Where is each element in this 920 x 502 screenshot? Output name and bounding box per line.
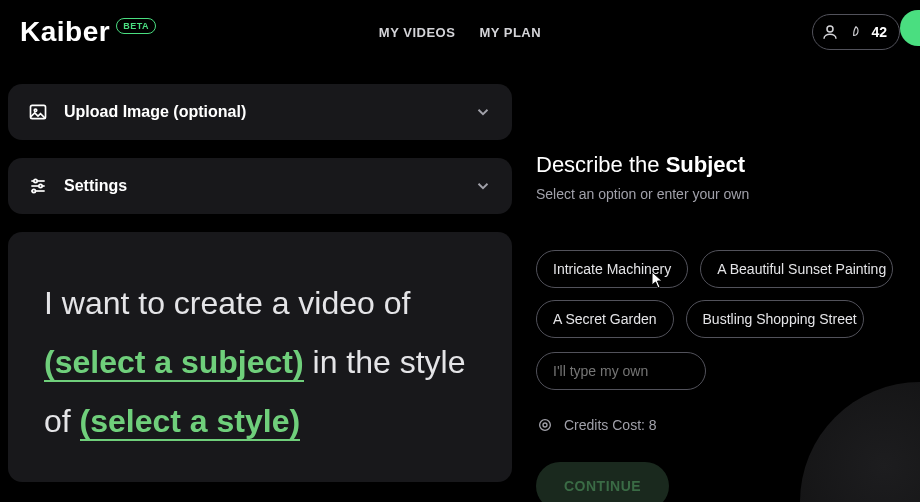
logo-wrap: Kaiber BETA [20,16,156,48]
main: Upload Image (optional) [0,64,920,502]
credits-row: Credits Cost: 8 [536,416,916,434]
logo[interactable]: Kaiber [20,16,110,48]
svg-point-10 [543,423,547,427]
svg-point-0 [827,26,833,32]
continue-button[interactable]: CONTINUE [536,462,669,502]
chip-intricate-machinery[interactable]: Intricate Machinery [536,250,688,288]
describe-prefix: Describe the [536,152,666,177]
header: Kaiber BETA MY VIDEOS MY PLAN 42 [0,0,920,64]
chip-shopping-street[interactable]: Bustling Shopping Street [686,300,864,338]
user-icon [819,21,841,43]
describe-heading: Describe the Subject [536,152,916,178]
sliders-icon [28,176,48,196]
nav-my-videos[interactable]: MY VIDEOS [379,25,456,40]
credit-pill[interactable]: 42 [812,14,900,50]
primary-nav: MY VIDEOS MY PLAN [379,25,541,40]
beta-badge: BETA [116,18,156,34]
avatar[interactable] [900,10,920,46]
image-icon [28,102,48,122]
describe-bold: Subject [666,152,745,177]
prompt-text: I want to create a video of (select a su… [44,274,476,452]
credits-icon [536,416,554,434]
subject-chips: Intricate Machinery A Beautiful Sunset P… [536,250,916,338]
settings-panel-title: Settings [64,177,127,195]
chevron-down-icon [474,177,492,195]
chip-sunset-painting[interactable]: A Beautiful Sunset Painting [700,250,893,288]
upload-panel[interactable]: Upload Image (optional) [8,84,512,140]
select-subject[interactable]: (select a subject) [44,344,304,382]
left-column: Upload Image (optional) [8,84,512,502]
svg-point-7 [39,184,42,187]
svg-point-8 [32,189,35,192]
prompt-prefix: I want to create a video of [44,285,410,321]
chip-secret-garden[interactable]: A Secret Garden [536,300,674,338]
describe-subtext: Select an option or enter your own [536,186,916,202]
svg-point-9 [540,420,551,431]
prompt-card: I want to create a video of (select a su… [8,232,512,482]
pepper-icon [849,25,863,39]
svg-point-6 [34,179,37,182]
right-column: Describe the Subject Select an option or… [536,84,920,502]
credit-count: 42 [871,24,887,40]
type-own-input[interactable] [536,352,706,390]
credits-label: Credits Cost: 8 [564,417,657,433]
select-style[interactable]: (select a style) [80,403,301,441]
settings-panel[interactable]: Settings [8,158,512,214]
chevron-down-icon [474,103,492,121]
upload-panel-title: Upload Image (optional) [64,103,246,121]
svg-point-2 [34,109,37,112]
nav-my-plan[interactable]: MY PLAN [479,25,541,40]
header-right: 42 [812,14,900,50]
